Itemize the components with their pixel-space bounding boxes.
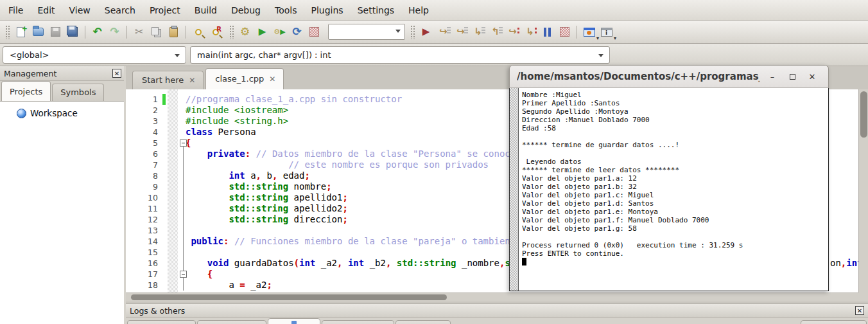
line-number: 17 [126,269,158,279]
step-into-icon[interactable]: ↳ [469,24,487,40]
toolbar-grip[interactable] [5,25,10,39]
next-instruction-icon[interactable]: ↪ [504,24,521,40]
close-tab-icon[interactable]: ✕ [189,76,195,85]
menu-file[interactable]: File [1,2,30,19]
replace-icon[interactable]: R [207,24,224,40]
build-icon[interactable]: ⚙ [236,24,254,40]
various-info-icon[interactable]: i▾ [598,24,615,40]
menu-search[interactable]: Search [98,2,143,19]
line-number: 15 [126,248,158,257]
close-icon[interactable]: ✕ [855,306,864,315]
log-tab-stub[interactable] [322,320,394,324]
terminal-line: Valor del objeto par1.c: Miguel [522,191,743,199]
line-number: 7 [126,160,158,170]
menu-build[interactable]: Build [187,2,224,19]
break-debugger-icon[interactable] [539,24,556,40]
open-file-icon[interactable] [30,24,47,40]
paste-icon[interactable] [165,24,182,40]
code-text: public: // Funciones miembro de la clase… [186,236,521,247]
terminal-line: Segundo Apellido :Montoya [522,107,743,116]
debugging-windows-icon[interactable]: ▾ [580,24,598,40]
terminal-window: /home/msantos/Documentos/c++/programas_c… [509,65,829,291]
editor-horizontal-scrollbar[interactable] [126,292,858,302]
line-number: 9 [126,182,158,192]
scrollbar-thumb[interactable] [860,91,867,138]
next-line-icon[interactable]: ↪ [452,24,469,40]
chevron-down-icon [598,54,603,57]
menu-help[interactable]: Help [401,2,436,19]
minimize-button[interactable]: – [765,72,779,82]
fold-line [183,147,184,291]
terminal-body[interactable]: Nombre :MiguelPrimer Apellido :SantosSeg… [509,88,829,291]
logs-title: Logs & others [130,306,855,316]
log-tab-stub[interactable] [197,320,266,324]
scrollbar-thumb[interactable] [131,294,447,300]
terminal-scrollbar[interactable] [510,88,519,291]
close-icon[interactable]: ✕ [112,69,121,78]
editor-tab-clase-1-cpp[interactable]: clase_1.cpp✕ [205,68,284,89]
management-header: Management ✕ [0,66,124,81]
code-text: class Persona [186,127,256,138]
code-text: { [186,269,213,280]
projects-tree: Workspace [0,101,124,324]
toolbar-separator [85,26,85,39]
menu-tools[interactable]: Tools [268,2,304,19]
save-all-icon[interactable] [64,24,82,40]
log-tab-stub[interactable] [127,320,196,324]
menu-view[interactable]: View [62,2,98,19]
terminal-line: Valor del objeto par1.f: Manuel Doblado … [522,216,743,224]
close-tab-icon[interactable]: ✕ [269,75,275,84]
debugger-toolbar-grip[interactable] [410,25,415,39]
find-icon[interactable] [189,24,207,40]
scrollbar-corner [858,292,868,302]
logs-header: Logs & others ✕ [126,304,868,318]
fold-marker-collapse[interactable] [180,271,187,278]
toolbar-separator [126,26,127,39]
line-number: 11 [126,204,158,213]
scope-combo[interactable]: <global> [3,46,186,64]
debug-continue-icon[interactable]: ▶ [417,24,435,40]
code-text: std::string apellido1; [186,192,348,203]
logs-panel: Logs & others ✕ [126,303,868,324]
terminal-title-bar[interactable]: /home/msantos/Documentos/c++/programas_c… [509,65,829,88]
step-out-icon[interactable]: ↰ [487,24,504,40]
menu-settings[interactable]: Settings [351,2,401,19]
log-tab-stub[interactable] [395,320,451,324]
copy-icon[interactable] [148,24,165,40]
build-and-run-icon[interactable]: ⚙▶ [271,24,288,40]
editor-vertical-scrollbar[interactable] [858,89,868,292]
tab-symbols[interactable]: Symbols [52,84,104,101]
code-text: // este nombre es porque son privados [186,159,489,170]
maximize-button[interactable] [785,72,799,82]
save-icon[interactable] [47,24,64,40]
log-tab-stub[interactable] [801,320,867,324]
menu-edit[interactable]: Edit [30,2,62,19]
tree-item-workspace[interactable]: Workspace [0,102,124,118]
line-number: 3 [126,116,158,126]
function-combo[interactable]: main(int argc, char* argv[]) : int [190,46,610,64]
abort-build-icon[interactable] [306,24,323,40]
fold-marker-collapse[interactable] [180,140,187,147]
run-icon[interactable]: ▶ [254,24,271,40]
terminal-line: Valor del objeto par1.e: Montoya [522,208,743,216]
editor-tab-start-here[interactable]: Start here✕ [132,71,204,89]
rebuild-icon[interactable]: ⟳ [288,24,306,40]
build-target-combo[interactable] [328,24,405,40]
new-file-icon[interactable]: + [12,24,30,40]
menu-project[interactable]: Project [143,2,187,19]
management-title: Management [4,69,112,78]
log-tab-stub[interactable] [268,318,320,324]
redo-icon[interactable]: ↷ [106,24,123,40]
step-into-instruction-icon[interactable]: ↳ [521,24,539,40]
cut-icon[interactable]: ✂ [130,24,148,40]
terminal-line: Valor del objeto par1.d: Santos [522,199,743,208]
menu-debug[interactable]: Debug [224,2,268,19]
run-to-cursor-icon[interactable]: ↪ [435,24,452,40]
stop-debugger-icon[interactable] [556,24,573,40]
undo-icon[interactable]: ↶ [89,24,106,40]
menu-plugins[interactable]: Plugins [304,2,351,19]
close-button[interactable]: ✕ [805,72,819,82]
tab-projects[interactable]: Projects [1,81,51,101]
code-text: std::string nombre; [186,181,332,192]
compiler-toolbar-grip[interactable] [229,25,234,39]
